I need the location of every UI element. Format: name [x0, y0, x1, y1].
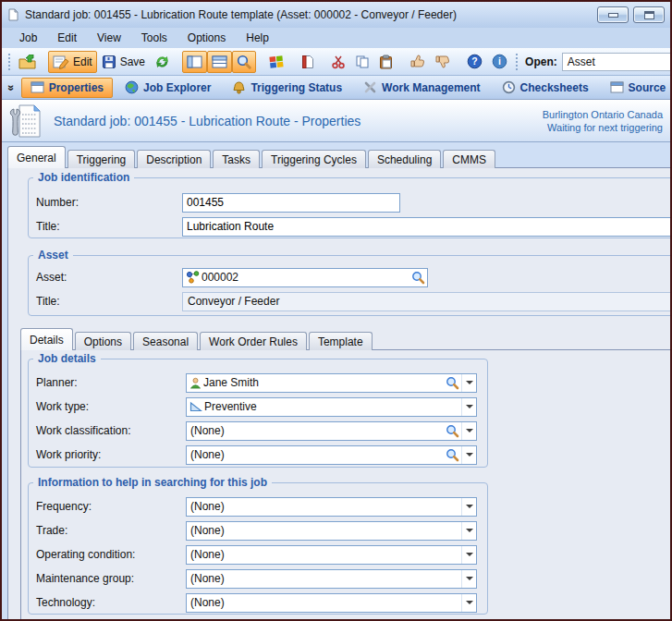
maximize-button[interactable] — [633, 6, 665, 23]
tab-tasks[interactable]: Tasks — [213, 150, 260, 168]
technology-field[interactable]: (None) — [186, 593, 477, 613]
nav-tab-source[interactable]: Source — [601, 78, 670, 98]
minimize-button[interactable] — [597, 6, 629, 23]
work-type-dropdown-button[interactable] — [461, 398, 476, 416]
chevron-down-icon — [466, 453, 473, 460]
frequency-field[interactable]: (None) — [186, 497, 477, 517]
report-button[interactable] — [297, 51, 319, 73]
tab-details[interactable]: Details — [20, 328, 73, 350]
menu-tools[interactable]: Tools — [131, 29, 177, 47]
nav-tab-label: Properties — [49, 81, 104, 94]
tab-triggering[interactable]: Triggering — [67, 150, 136, 168]
operating-condition-field[interactable]: (None) — [186, 545, 477, 565]
technology-dropdown-button[interactable] — [461, 594, 476, 612]
page-tabs: General Triggering Description Tasks Tri… — [7, 146, 497, 168]
chevron-down-icon — [466, 529, 473, 536]
tab-seasonal[interactable]: Seasonal — [133, 332, 198, 350]
refresh-icon — [154, 55, 170, 69]
paste-button[interactable] — [374, 51, 397, 73]
split-vertical-button[interactable] — [182, 51, 207, 73]
nav-tab-work-management[interactable]: Work Management — [354, 78, 489, 98]
trade-field[interactable]: (None) — [186, 521, 477, 541]
edit-icon — [53, 55, 69, 69]
nav-tab-label: Checksheets — [520, 81, 589, 94]
work-priority-dropdown-button[interactable] — [461, 446, 476, 464]
magnifier-icon — [237, 55, 251, 69]
tab-scheduling[interactable]: Scheduling — [368, 150, 441, 168]
help-button[interactable]: ? — [462, 51, 487, 73]
tab-template[interactable]: Template — [309, 332, 373, 350]
thumbs-up-button[interactable] — [405, 51, 430, 73]
planner-dropdown-button[interactable] — [461, 374, 476, 392]
work-type-field[interactable]: Preventive — [186, 397, 477, 417]
bell-icon — [232, 80, 246, 94]
frequency-dropdown-button[interactable] — [461, 498, 476, 516]
group-legend: Information to help in searching for thi… — [33, 476, 272, 489]
trade-dropdown-button[interactable] — [461, 522, 476, 540]
maintenance-group-field[interactable]: (None) — [186, 569, 477, 589]
chevron-down-icon — [466, 601, 473, 608]
menu-view[interactable]: View — [87, 29, 131, 47]
title-label: Title: — [36, 220, 182, 233]
menu-job[interactable]: Job — [9, 29, 47, 47]
technology-label: Technology: — [36, 596, 186, 609]
windows-button[interactable] — [263, 51, 289, 73]
tab-general[interactable]: General — [7, 146, 66, 168]
asset-value: 000002 — [202, 271, 238, 284]
maintenance-group-dropdown-button[interactable] — [461, 570, 476, 588]
search-icon — [411, 271, 425, 285]
info-icon: i — [492, 54, 507, 69]
planner-field[interactable]: Jane Smith — [186, 373, 477, 393]
nav-tab-triggering-status[interactable]: Triggering Status — [223, 78, 351, 98]
maintenance-group-label: Maintenance group: — [36, 572, 186, 585]
frequency-label: Frequency: — [36, 500, 186, 513]
trade-value: (None) — [187, 524, 225, 537]
asset-group: Asset Asset: 000002 Title: Conveyor / Fe… — [28, 255, 670, 316]
title-input[interactable] — [182, 217, 670, 237]
maintenance-group-value: (None) — [187, 572, 225, 585]
tab-work-order-rules[interactable]: Work Order Rules — [200, 332, 307, 350]
work-priority-field[interactable]: (None) — [186, 445, 477, 465]
nav-tab-properties[interactable]: Properties — [21, 78, 113, 98]
work-priority-search-button[interactable] — [443, 446, 461, 464]
operating-condition-dropdown-button[interactable] — [461, 546, 476, 564]
collapse-chevron-icon[interactable]: » — [5, 84, 18, 91]
save-button[interactable]: Save — [97, 51, 150, 73]
asset-lookup-field[interactable]: 000002 — [182, 268, 428, 287]
cut-button[interactable] — [326, 51, 350, 73]
toolbar: Edit Save — [2, 48, 670, 76]
asset-search-button[interactable] — [409, 269, 427, 286]
info-button[interactable]: i — [487, 51, 512, 73]
split-horizontal-button[interactable] — [207, 51, 232, 73]
tab-options[interactable]: Options — [75, 332, 131, 350]
tools-icon — [363, 80, 377, 94]
work-classification-search-button[interactable] — [443, 422, 461, 440]
menubar: Job Edit View Tools Options Help — [2, 28, 670, 48]
tab-description[interactable]: Description — [137, 150, 211, 168]
windows-logo-icon — [268, 55, 285, 69]
work-classification-dropdown-button[interactable] — [461, 422, 476, 440]
work-classification-field[interactable]: (None) — [186, 421, 477, 441]
menu-edit[interactable]: Edit — [47, 29, 87, 47]
trade-label: Trade: — [36, 524, 186, 537]
nav-tab-checksheets[interactable]: Checksheets — [493, 78, 598, 98]
number-input[interactable] — [182, 193, 400, 213]
tab-triggering-cycles[interactable]: Triggering Cycles — [262, 150, 366, 168]
nav-tab-job-explorer[interactable]: Job Explorer — [116, 78, 220, 98]
open-select[interactable]: Asset — [562, 53, 670, 71]
copy-button[interactable] — [350, 51, 374, 73]
refresh-button[interactable] — [150, 51, 175, 73]
thumbs-down-button[interactable] — [430, 51, 455, 73]
edit-button[interactable]: Edit — [48, 51, 97, 73]
open-folder-button[interactable] — [14, 51, 41, 73]
split-vertical-icon — [187, 55, 202, 68]
folder-open-icon — [18, 55, 36, 69]
menu-help[interactable]: Help — [236, 29, 279, 47]
frequency-value: (None) — [187, 500, 225, 513]
menu-options[interactable]: Options — [177, 29, 236, 47]
work-type-label: Work type: — [36, 400, 186, 413]
group-legend: Job details — [33, 352, 101, 365]
tab-cmms[interactable]: CMMS — [443, 150, 495, 168]
zoom-button[interactable] — [232, 51, 256, 73]
planner-search-button[interactable] — [443, 374, 461, 392]
